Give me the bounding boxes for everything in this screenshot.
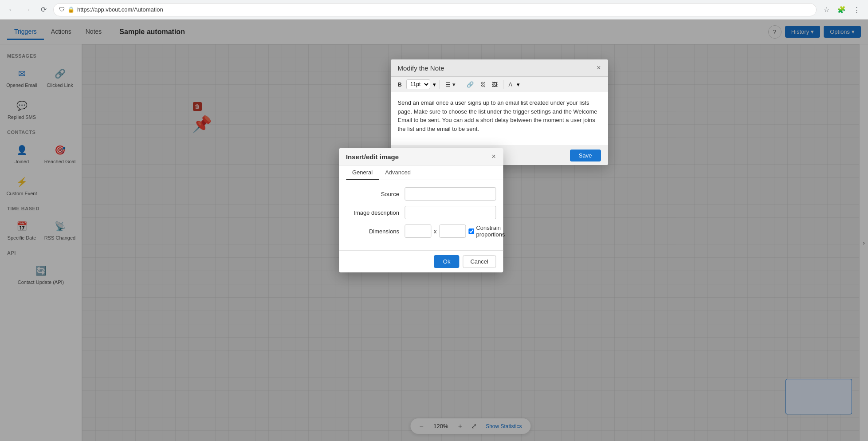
url-input[interactable] bbox=[77, 6, 811, 13]
insert-image-modal-title: Insert/edit image bbox=[346, 153, 399, 161]
back-button[interactable]: ← bbox=[5, 4, 18, 16]
text-color-button[interactable]: A bbox=[507, 80, 515, 89]
modal-backdrop: Modify the Note × B 11pt 12pt 14pt ▾ ☰ ▾… bbox=[0, 20, 868, 441]
insert-image-modal-footer: Ok Cancel bbox=[339, 250, 503, 272]
insert-image-button[interactable]: 🖼 bbox=[490, 80, 499, 89]
ok-button[interactable]: Ok bbox=[434, 255, 460, 268]
source-row: Source bbox=[346, 187, 496, 201]
dimensions-inputs: x Constrain proportions bbox=[405, 224, 505, 238]
constrain-proportions-label: Constrain proportions bbox=[468, 224, 505, 238]
star-button[interactable]: ☆ bbox=[820, 4, 833, 16]
toolbar-separator-1 bbox=[440, 80, 440, 89]
dimension-height-input[interactable] bbox=[439, 224, 466, 238]
image-description-input[interactable] bbox=[405, 206, 496, 219]
insert-image-modal-header: Insert/edit image × bbox=[339, 148, 503, 165]
modify-note-close-button[interactable]: × bbox=[597, 64, 601, 72]
unlink-button[interactable]: ⛓ bbox=[478, 80, 487, 89]
lock-icon: 🔒 bbox=[67, 6, 75, 13]
address-bar[interactable]: 🛡 🔒 bbox=[53, 3, 817, 16]
text-color-chevron-icon: ▾ bbox=[517, 81, 520, 88]
image-description-label: Image description bbox=[346, 209, 399, 216]
insert-image-close-button[interactable]: × bbox=[492, 153, 496, 161]
extensions-button[interactable]: 🧩 bbox=[835, 4, 848, 16]
toolbar-separator-2 bbox=[461, 80, 461, 89]
dimension-x-separator: x bbox=[434, 228, 437, 235]
insert-tab-advanced[interactable]: Advanced bbox=[379, 165, 417, 180]
dimensions-label: Dimensions bbox=[346, 228, 399, 235]
modify-note-body[interactable]: Send an email once a user signs up to an… bbox=[391, 92, 608, 146]
constrain-proportions-text: Constrain proportions bbox=[476, 224, 505, 238]
browser-chrome: ← → ⟳ 🛡 🔒 ☆ 🧩 ⋮ bbox=[0, 0, 868, 20]
constrain-proportions-checkbox[interactable] bbox=[468, 228, 474, 234]
insert-tab-general[interactable]: General bbox=[346, 165, 379, 180]
modify-note-modal-header: Modify the Note × bbox=[391, 59, 608, 77]
source-label: Source bbox=[346, 191, 399, 197]
menu-button[interactable]: ⋮ bbox=[850, 4, 863, 16]
image-description-row: Image description bbox=[346, 206, 496, 219]
insert-image-modal-body: Source Image description Dimensions x Co… bbox=[339, 180, 503, 250]
forward-button[interactable]: → bbox=[21, 4, 34, 16]
security-icon: 🛡 bbox=[59, 6, 65, 13]
cancel-button[interactable]: Cancel bbox=[463, 255, 495, 268]
browser-icons: ☆ 🧩 ⋮ bbox=[820, 4, 863, 16]
reload-button[interactable]: ⟳ bbox=[37, 4, 50, 16]
bold-button[interactable]: B bbox=[396, 80, 404, 89]
insert-image-tabs: General Advanced bbox=[339, 165, 503, 180]
insert-image-modal: Insert/edit image × General Advanced Sou… bbox=[339, 148, 503, 272]
list-button[interactable]: ☰ ▾ bbox=[444, 80, 457, 89]
font-size-chevron-icon: ▾ bbox=[433, 81, 436, 88]
dimension-width-input[interactable] bbox=[405, 224, 431, 238]
modify-note-modal-title: Modify the Note bbox=[398, 64, 444, 72]
modify-note-toolbar: B 11pt 12pt 14pt ▾ ☰ ▾ 🔗 ⛓ 🖼 A ▾ bbox=[391, 77, 608, 92]
insert-link-button[interactable]: 🔗 bbox=[465, 80, 475, 89]
toolbar-separator-3 bbox=[503, 80, 503, 89]
dimensions-row: Dimensions x Constrain proportions bbox=[346, 224, 496, 238]
save-note-button[interactable]: Save bbox=[570, 150, 601, 161]
source-input[interactable] bbox=[405, 187, 496, 201]
font-size-select[interactable]: 11pt 12pt 14pt bbox=[406, 79, 430, 89]
